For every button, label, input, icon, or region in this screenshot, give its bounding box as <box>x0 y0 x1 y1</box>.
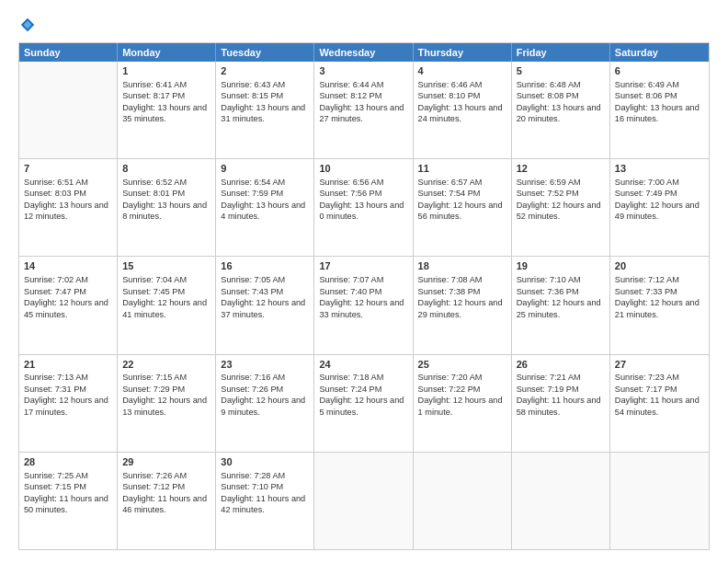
sunrise-text: Sunrise: 7:04 AM <box>122 275 187 284</box>
calendar-cell: 27Sunrise: 7:23 AMSunset: 7:17 PMDayligh… <box>610 355 709 452</box>
day-number: 6 <box>615 64 704 78</box>
calendar-cell: 19Sunrise: 7:10 AMSunset: 7:36 PMDayligh… <box>512 257 610 353</box>
sunset-text: Sunset: 8:17 PM <box>122 91 185 100</box>
calendar-cell: 3Sunrise: 6:44 AMSunset: 8:12 PMDaylight… <box>314 62 413 158</box>
calendar-cell: 22Sunrise: 7:15 AMSunset: 7:29 PMDayligh… <box>118 355 216 452</box>
daylight-text: Daylight: 12 hours and 49 minutes. <box>615 201 700 221</box>
calendar-cell: 14Sunrise: 7:02 AMSunset: 7:47 PMDayligh… <box>19 257 118 353</box>
day-number: 14 <box>24 259 112 273</box>
calendar-row: 7Sunrise: 6:51 AMSunset: 8:03 PMDaylight… <box>19 158 709 256</box>
daylight-text: Daylight: 13 hours and 8 minutes. <box>122 201 207 221</box>
sunset-text: Sunset: 7:47 PM <box>24 287 86 296</box>
calendar-body: 1Sunrise: 6:41 AMSunset: 8:17 PMDaylight… <box>19 62 709 549</box>
daylight-text: Daylight: 13 hours and 16 minutes. <box>615 103 700 123</box>
day-number: 11 <box>418 162 506 176</box>
calendar-cell: 25Sunrise: 7:20 AMSunset: 7:22 PMDayligh… <box>414 355 512 452</box>
calendar-cell: 5Sunrise: 6:48 AMSunset: 8:08 PMDaylight… <box>512 62 610 158</box>
logo-icon <box>19 17 36 33</box>
calendar-cell: 28Sunrise: 7:25 AMSunset: 7:15 PMDayligh… <box>19 453 118 549</box>
daylight-text: Daylight: 12 hours and 37 minutes. <box>221 298 305 318</box>
sunset-text: Sunset: 7:17 PM <box>615 385 677 394</box>
sunrise-text: Sunrise: 7:10 AM <box>517 275 581 284</box>
daylight-text: Daylight: 11 hours and 50 minutes. <box>24 494 108 514</box>
sunrise-text: Sunrise: 6:57 AM <box>418 178 483 187</box>
sunrise-text: Sunrise: 6:41 AM <box>122 80 187 89</box>
day-number: 12 <box>517 162 605 176</box>
day-number: 13 <box>615 162 704 176</box>
sunset-text: Sunset: 8:03 PM <box>24 189 86 198</box>
sunset-text: Sunset: 7:36 PM <box>517 287 579 296</box>
sunset-text: Sunset: 8:08 PM <box>517 91 579 100</box>
daylight-text: Daylight: 12 hours and 9 minutes. <box>221 396 305 416</box>
calendar-cell: 21Sunrise: 7:13 AMSunset: 7:31 PMDayligh… <box>19 355 118 452</box>
sunset-text: Sunset: 7:12 PM <box>122 482 185 491</box>
calendar-header-cell: Wednesday <box>314 43 413 62</box>
daylight-text: Daylight: 11 hours and 54 minutes. <box>615 396 700 416</box>
sunset-text: Sunset: 7:59 PM <box>221 189 283 198</box>
day-number: 15 <box>122 259 210 273</box>
calendar-row: 14Sunrise: 7:02 AMSunset: 7:47 PMDayligh… <box>19 256 709 353</box>
sunrise-text: Sunrise: 6:56 AM <box>319 178 383 187</box>
calendar-header-cell: Friday <box>512 43 610 62</box>
daylight-text: Daylight: 12 hours and 25 minutes. <box>517 298 601 318</box>
daylight-text: Daylight: 12 hours and 17 minutes. <box>24 396 108 416</box>
calendar-cell: 12Sunrise: 6:59 AMSunset: 7:52 PMDayligh… <box>512 159 610 256</box>
day-number: 10 <box>319 162 407 176</box>
daylight-text: Daylight: 12 hours and 56 minutes. <box>418 201 503 221</box>
calendar-cell: 23Sunrise: 7:16 AMSunset: 7:26 PMDayligh… <box>216 355 314 452</box>
sunrise-text: Sunrise: 6:46 AM <box>418 80 483 89</box>
sunrise-text: Sunrise: 7:25 AM <box>24 471 88 480</box>
day-number: 2 <box>221 64 309 78</box>
sunrise-text: Sunrise: 6:52 AM <box>122 178 187 187</box>
day-number: 8 <box>122 162 210 176</box>
daylight-text: Daylight: 11 hours and 58 minutes. <box>517 396 601 416</box>
daylight-text: Daylight: 12 hours and 45 minutes. <box>24 298 108 318</box>
day-number: 5 <box>517 64 605 78</box>
day-number: 27 <box>615 358 704 372</box>
calendar-cell: 24Sunrise: 7:18 AMSunset: 7:24 PMDayligh… <box>314 355 413 452</box>
calendar-cell: 2Sunrise: 6:43 AMSunset: 8:15 PMDaylight… <box>216 62 314 158</box>
daylight-text: Daylight: 12 hours and 1 minute. <box>418 396 503 416</box>
sunrise-text: Sunrise: 7:13 AM <box>24 373 88 382</box>
sunrise-text: Sunrise: 7:28 AM <box>221 471 285 480</box>
daylight-text: Daylight: 11 hours and 46 minutes. <box>122 494 207 514</box>
calendar-row: 1Sunrise: 6:41 AMSunset: 8:17 PMDaylight… <box>19 62 709 158</box>
day-number: 23 <box>221 358 309 372</box>
sunset-text: Sunset: 7:31 PM <box>24 385 86 394</box>
sunrise-text: Sunrise: 7:07 AM <box>319 275 383 284</box>
calendar-cell <box>314 453 413 549</box>
sunset-text: Sunset: 7:52 PM <box>517 189 579 198</box>
day-number: 22 <box>122 358 210 372</box>
day-number: 26 <box>517 358 605 372</box>
calendar-cell: 1Sunrise: 6:41 AMSunset: 8:17 PMDaylight… <box>118 62 216 158</box>
daylight-text: Daylight: 13 hours and 0 minutes. <box>319 201 404 221</box>
sunrise-text: Sunrise: 7:16 AM <box>221 373 285 382</box>
sunset-text: Sunset: 7:15 PM <box>24 482 86 491</box>
sunset-text: Sunset: 7:40 PM <box>319 287 381 296</box>
calendar-cell: 10Sunrise: 6:56 AMSunset: 7:56 PMDayligh… <box>314 159 413 256</box>
sunset-text: Sunset: 7:45 PM <box>122 287 185 296</box>
sunset-text: Sunset: 7:29 PM <box>122 385 185 394</box>
sunset-text: Sunset: 7:24 PM <box>319 385 381 394</box>
calendar-header-cell: Saturday <box>610 43 709 62</box>
day-number: 4 <box>418 64 506 78</box>
calendar-cell: 13Sunrise: 7:00 AMSunset: 7:49 PMDayligh… <box>610 159 709 256</box>
sunset-text: Sunset: 8:15 PM <box>221 91 283 100</box>
calendar-header-cell: Monday <box>118 43 216 62</box>
daylight-text: Daylight: 13 hours and 12 minutes. <box>24 201 108 221</box>
daylight-text: Daylight: 13 hours and 4 minutes. <box>221 201 305 221</box>
sunrise-text: Sunrise: 7:05 AM <box>221 275 285 284</box>
day-number: 7 <box>24 162 112 176</box>
calendar-cell <box>610 453 709 549</box>
sunset-text: Sunset: 7:33 PM <box>615 287 677 296</box>
sunset-text: Sunset: 8:06 PM <box>615 91 677 100</box>
day-number: 3 <box>319 64 407 78</box>
sunrise-text: Sunrise: 7:20 AM <box>418 373 483 382</box>
day-number: 21 <box>24 358 112 372</box>
day-number: 16 <box>221 259 309 273</box>
daylight-text: Daylight: 12 hours and 21 minutes. <box>615 298 700 318</box>
header <box>18 17 710 33</box>
day-number: 29 <box>122 455 210 469</box>
day-number: 9 <box>221 162 309 176</box>
day-number: 17 <box>319 259 407 273</box>
